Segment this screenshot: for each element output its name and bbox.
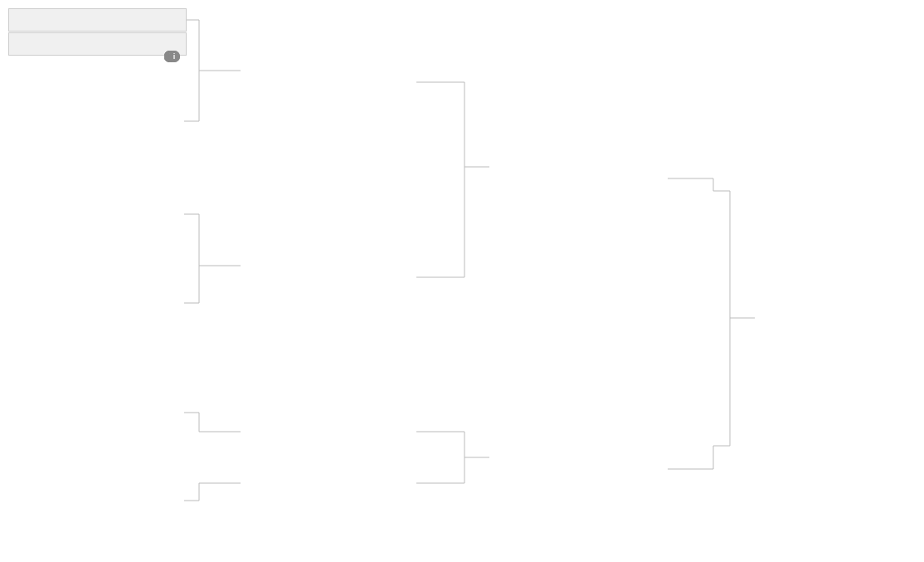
connector-lines	[8, 8, 916, 556]
placeholder-logo	[12, 11, 31, 29]
placeholder-logo	[12, 35, 31, 53]
match-row	[8, 8, 187, 32]
lb-final	[8, 8, 187, 56]
bracket-container: Gambit 2 mousesports 1 i NIP 2 Liquid 1	[8, 8, 916, 556]
match-row	[8, 32, 187, 56]
info-badge[interactable]: i	[168, 51, 180, 62]
